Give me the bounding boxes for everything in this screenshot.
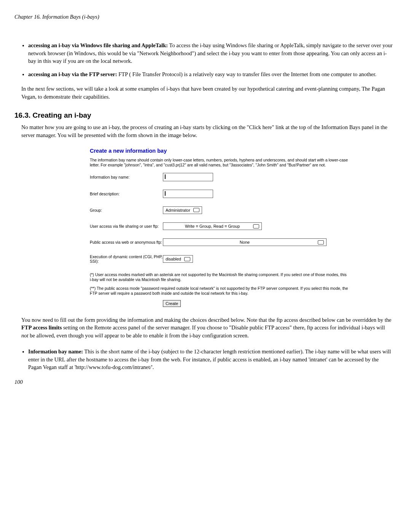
- page-number: 100: [14, 379, 394, 385]
- label-ibay-name: Information bay name:: [90, 175, 163, 180]
- user-access-select[interactable]: Write = Group, Read = Group: [163, 222, 262, 230]
- paragraph: In the next few sections, we will take a…: [21, 85, 393, 101]
- dynamic-content-select[interactable]: disabled: [163, 255, 193, 263]
- chevron-down-icon: [253, 224, 259, 228]
- form-intro-text: The information bay name should contain …: [90, 158, 349, 168]
- field-description-list: Information bay name: This is the short …: [21, 348, 393, 371]
- create-button[interactable]: Create: [163, 300, 181, 307]
- public-access-select[interactable]: None: [163, 238, 327, 246]
- label-user-access: User access via file sharing or user ftp…: [90, 224, 163, 229]
- list-item: accessing an i-bay via the FTP server: F…: [28, 70, 393, 78]
- text: be allowed, even though you: [29, 332, 95, 339]
- emphasis: not: [21, 332, 29, 339]
- chevron-down-icon: [184, 257, 190, 261]
- chapter-header: Chapter 16. Information Bays (i-bays): [14, 14, 394, 20]
- text: You now need to fill out the form provid…: [21, 317, 391, 323]
- form-title: Create a new information bay: [90, 148, 349, 154]
- bullet-text: FTP ( File Transfer Protocol) is a relat…: [117, 71, 377, 77]
- public-access-value: None: [240, 240, 250, 244]
- group-select-value: Administrator: [166, 208, 190, 212]
- brief-description-input[interactable]: [163, 190, 213, 198]
- list-item: Information bay name: This is the short …: [28, 348, 393, 371]
- chevron-down-icon: [318, 240, 324, 244]
- bullet-lead: accessing an i-bay via Windows file shar…: [28, 42, 168, 48]
- section-intro: No matter how you are going to use an i-…: [21, 123, 393, 139]
- text: appear to be able to enable it from the …: [103, 332, 249, 339]
- chevron-down-icon: [193, 208, 199, 212]
- bullet-lead: accessing an i-bay via the FTP server:: [28, 71, 117, 77]
- ibay-name-input[interactable]: [163, 173, 213, 181]
- text: setting on the Remote access panel of th…: [62, 324, 385, 331]
- label-brief-description: Brief description:: [90, 192, 163, 197]
- form-note-asterisk: (*) User access modes marked with an ast…: [90, 272, 349, 282]
- label-group: Group:: [90, 208, 163, 213]
- list-item: accessing an i-bay via Windows file shar…: [28, 42, 393, 65]
- access-methods-list: accessing an i-bay via Windows file shar…: [21, 42, 393, 78]
- create-ibay-form: Create a new information bay The informa…: [90, 148, 349, 307]
- user-access-value: Write = Group, Read = Group: [185, 224, 240, 228]
- dynamic-content-value: disabled: [166, 257, 181, 261]
- group-select[interactable]: Administrator: [163, 206, 202, 214]
- bold-text: FTP access limits: [21, 324, 62, 331]
- emphasis: will: [95, 332, 103, 339]
- form-note-double-asterisk: (**) The public access mode "password re…: [90, 286, 349, 296]
- bullet-lead: Information bay name:: [28, 348, 83, 355]
- section-heading: 16.3. Creating an i-bay: [14, 111, 394, 120]
- label-dynamic-content: Execution of dynamic content (CGI, PHP, …: [90, 254, 163, 264]
- after-form-paragraph: You now need to fill out the form provid…: [21, 316, 393, 340]
- label-public-access: Public access via web or anonymous ftp:: [90, 240, 163, 245]
